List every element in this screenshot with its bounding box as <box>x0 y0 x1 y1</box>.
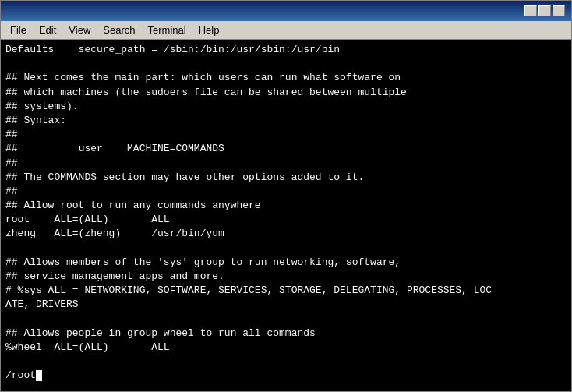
menu-bar: File Edit View Search Terminal Help <box>1 21 571 40</box>
terminal-window: File Edit View Search Terminal Help Defa… <box>0 0 572 392</box>
window-controls <box>524 5 565 16</box>
menu-view[interactable]: View <box>62 23 97 37</box>
menu-edit[interactable]: Edit <box>33 23 62 37</box>
menu-help[interactable]: Help <box>192 23 226 37</box>
minimize-button[interactable] <box>524 5 537 16</box>
close-button[interactable] <box>553 5 565 16</box>
menu-search[interactable]: Search <box>97 23 141 37</box>
terminal-cursor <box>36 370 42 381</box>
menu-terminal[interactable]: Terminal <box>142 23 192 37</box>
terminal-content[interactable]: Defaults secure_path = /sbin:/bin:/usr/s… <box>1 40 571 391</box>
title-bar <box>1 1 571 21</box>
menu-file[interactable]: File <box>4 23 33 37</box>
maximize-button[interactable] <box>538 5 551 16</box>
